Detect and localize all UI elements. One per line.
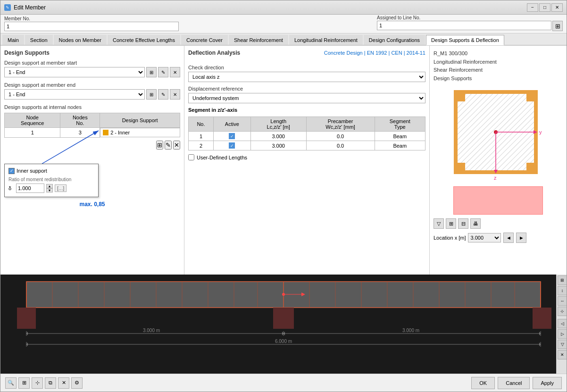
svg-rect-6	[526, 91, 537, 101]
support-start-select[interactable]: 1 - End	[4, 67, 145, 77]
viz-btn-5[interactable]: ◁	[558, 319, 567, 328]
print-btn[interactable]: 🖶	[470, 218, 481, 229]
design-standard: Concrete Design | EN 1992 | CEN | 2014-1…	[324, 50, 425, 56]
table-edit-btn[interactable]: ✎	[165, 141, 172, 150]
section-item-2: Design Supports	[434, 75, 563, 83]
location-select[interactable]: 3.000	[468, 233, 501, 242]
support-end-delete-btn[interactable]: ✕	[170, 89, 180, 100]
ok-button[interactable]: OK	[471, 377, 495, 389]
inner-support-checkbox[interactable]: ✓	[8, 168, 15, 174]
user-defined-checkbox[interactable]	[188, 154, 194, 160]
viz-btn-8[interactable]: ✕	[558, 350, 567, 359]
viz-btn-7[interactable]: ▽	[558, 340, 567, 349]
zoom-fit-btn[interactable]: ⊞	[446, 218, 456, 229]
tool-copy-btn[interactable]: ⧉	[45, 377, 56, 389]
location-next-btn[interactable]: ►	[516, 233, 526, 243]
seg-active-checkbox-1[interactable]: ✓	[229, 133, 235, 139]
bottom-visualization: 3.000 m 3.000 m 6.000 m ⊞	[0, 275, 567, 374]
tab-concrete-cover[interactable]: Concrete Cover	[181, 35, 228, 45]
assigned-browse-button[interactable]: ⊞	[552, 21, 563, 31]
snap-btn[interactable]: ⊟	[458, 218, 468, 229]
seg-active-2[interactable]: ✓	[213, 141, 250, 150]
filter-btn[interactable]: ▽	[434, 218, 444, 229]
seg-active-checkbox-2[interactable]: ✓	[229, 142, 235, 149]
viz-btn-1[interactable]: ⊞	[558, 275, 567, 285]
apply-button[interactable]: Apply	[533, 377, 562, 389]
minimize-button[interactable]: −	[527, 3, 538, 12]
seg-active-1[interactable]: ✓	[213, 132, 250, 141]
viz-right-toolbar: ⊞ ↕ ↔ ⊹ ◁ ▷ ▽ ✕	[556, 275, 567, 374]
viz-btn-3[interactable]: ↔	[558, 296, 567, 306]
y-axis-label: y	[539, 129, 542, 135]
tab-nodes-on-member[interactable]: Nodes on Member	[54, 35, 107, 45]
content-area: Member No. Assigned to Line No. ⊞ Main S…	[0, 15, 567, 392]
close-button[interactable]: ✕	[551, 3, 563, 12]
location-toolbar: ▽ ⊞ ⊟ 🖶	[434, 218, 563, 229]
member-no-field: Member No.	[4, 16, 179, 31]
section-info: R_M1 300/300 Longitudinal Reinforcement …	[434, 50, 563, 83]
tab-shear-reinforcement[interactable]: Shear Reinforcement	[229, 35, 288, 45]
moment-label: Ratio of moment redistribution	[8, 177, 94, 182]
cross-section-svg: y z	[451, 87, 545, 182]
support-end-group: Design support at member end 1 - End ⊞ ✎…	[4, 82, 180, 100]
delta-input[interactable]	[16, 183, 44, 193]
delta-symbol: δ	[8, 185, 14, 191]
cross-section-panel: R_M1 300/300 Longitudinal Reinforcement …	[430, 46, 567, 275]
tab-main[interactable]: Main	[2, 35, 24, 45]
dim-label-1: 3.000 m	[143, 328, 160, 333]
delta-decrement-btn[interactable]: ▼	[46, 188, 53, 192]
tool-move-btn[interactable]: ⊹	[32, 377, 43, 389]
viz-btn-4[interactable]: ⊹	[558, 307, 567, 316]
internal-nodes-label: Design supports at internal nodes	[4, 104, 180, 110]
svg-rect-40	[533, 308, 551, 329]
table-delete-btn[interactable]: ✕	[173, 141, 180, 150]
seg-col-length: LengthLc,z/z' [m]	[250, 117, 306, 132]
displacement-select[interactable]: Undeformed system	[188, 93, 425, 103]
viz-btn-2[interactable]: ↕	[558, 286, 567, 295]
bottom-toolbar: 🔍 ⊞ ⊹ ⧉ ✕ ⚙ OK Cancel Apply	[0, 374, 567, 392]
segment-row-2[interactable]: 2 ✓ 3.000 0.0 Beam	[189, 141, 425, 150]
tool-search-btn[interactable]: 🔍	[5, 377, 17, 389]
tab-longitudinal-reinforcement[interactable]: Longitudinal Reinforcement	[289, 35, 363, 45]
tab-bar: Main Section Nodes on Member Concrete Ef…	[0, 33, 567, 46]
dim-label-3: 6.000 m	[275, 339, 292, 344]
panels-row: Design Supports Design support at member…	[0, 46, 567, 275]
cancel-button[interactable]: Cancel	[498, 377, 530, 389]
table-add-btn[interactable]: ⊞	[156, 141, 163, 150]
svg-rect-7	[455, 163, 465, 173]
tool-settings-btn[interactable]: ⚙	[71, 377, 83, 389]
check-direction-select[interactable]: Local axis z	[188, 72, 425, 82]
location-prev-btn[interactable]: ◄	[503, 233, 514, 243]
support-start-row: 1 - End ⊞ ✎ ✕	[4, 67, 180, 77]
location-label: Location x [m]	[434, 235, 466, 241]
app-icon: ✎	[4, 4, 11, 11]
tab-concrete-effective-lengths[interactable]: Concrete Effective Lengths	[108, 35, 180, 45]
check-direction-label: Check direction	[188, 65, 425, 70]
bottom-tools-left: 🔍 ⊞ ⊹ ⧉ ✕ ⚙	[5, 377, 83, 389]
support-end-edit-btn[interactable]: ✎	[158, 89, 168, 100]
svg-rect-5	[455, 91, 465, 101]
tool-grid-btn[interactable]: ⊞	[18, 377, 30, 389]
tab-section[interactable]: Section	[25, 35, 53, 45]
support-start-delete-btn[interactable]: ✕	[170, 67, 180, 77]
svg-rect-38	[17, 308, 36, 329]
support-start-edit-btn[interactable]: ✎	[158, 67, 168, 77]
member-no-input[interactable]	[4, 22, 179, 31]
window-title: Edit Member	[14, 4, 46, 11]
support-end-select[interactable]: 1 - End	[4, 89, 145, 100]
assigned-input[interactable]	[377, 21, 551, 30]
moment-redistribution-field: Ratio of moment redistribution δ ▲ ▼ [..…	[8, 177, 94, 193]
delta-increment-btn[interactable]: ▲	[46, 184, 53, 188]
tool-delete-btn[interactable]: ✕	[58, 377, 69, 389]
tab-design-configurations[interactable]: Design Configurations	[364, 35, 425, 45]
maximize-button[interactable]: □	[539, 3, 550, 12]
cross-section-display: y z	[434, 87, 563, 215]
tab-design-supports-deflection[interactable]: Design Supports & Deflection	[426, 35, 504, 45]
window-controls: − □ ✕	[527, 3, 563, 12]
viz-btn-6[interactable]: ▷	[558, 329, 567, 339]
segment-row-1[interactable]: 1 ✓ 3.000 0.0 Beam	[189, 132, 425, 141]
delta-link-btn[interactable]: [...]	[55, 184, 67, 192]
support-start-add-btn[interactable]: ⊞	[146, 67, 157, 77]
support-end-add-btn[interactable]: ⊞	[146, 89, 157, 100]
dim-label-2: 3.000 m	[402, 328, 419, 333]
